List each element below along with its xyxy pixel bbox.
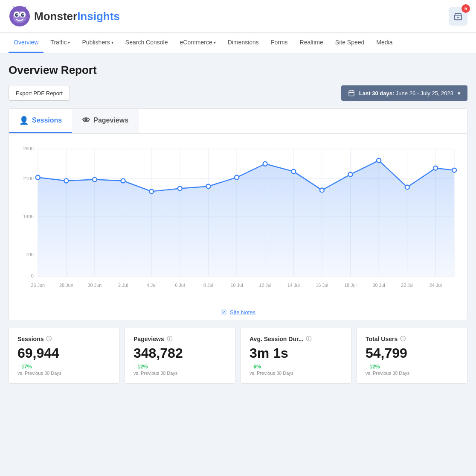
svg-point-48 xyxy=(235,175,239,180)
stat-value-avg-session: 3m 1s xyxy=(250,345,342,361)
chart-container: 👤 Sessions 👁 Pageviews 2800 2100 1400 70… xyxy=(9,108,467,320)
site-notes-area: Site Notes xyxy=(9,304,467,320)
line-chart: 2800 2100 1400 700 0 xyxy=(17,138,459,300)
info-icon-avg-session[interactable]: ⓘ xyxy=(306,335,311,343)
notification-button[interactable]: 5 xyxy=(449,7,467,26)
date-label: Last 30 days: June 26 - July 25, 2023 xyxy=(359,90,453,96)
chevron-down-icon: ▾ xyxy=(214,40,216,45)
nav-item-site-speed[interactable]: Site Speed xyxy=(330,33,370,53)
inbox-icon xyxy=(453,12,463,21)
info-icon-sessions[interactable]: ⓘ xyxy=(46,335,52,343)
svg-point-49 xyxy=(263,162,267,166)
page-title: Overview Report xyxy=(9,64,467,77)
calendar-icon xyxy=(348,90,355,96)
chart-area: 2800 2100 1400 700 0 xyxy=(9,134,467,304)
stat-period-sessions: vs. Previous 30 Days xyxy=(17,371,110,376)
svg-text:0: 0 xyxy=(31,273,34,278)
stat-change-sessions: ↑ 17% xyxy=(17,364,110,370)
svg-text:16 Jul: 16 Jul xyxy=(316,283,328,288)
export-pdf-button[interactable]: Export PDF Report xyxy=(9,86,70,101)
nav-item-search-console[interactable]: Search Console xyxy=(120,33,173,53)
svg-text:30 Jun: 30 Jun xyxy=(88,283,102,288)
person-icon: 👤 xyxy=(19,116,29,125)
svg-text:4 Jul: 4 Jul xyxy=(147,283,157,288)
stat-label-pageviews: Pageviews ⓘ xyxy=(134,335,226,343)
chevron-down-icon: ▾ xyxy=(111,40,113,45)
tab-pageviews[interactable]: 👁 Pageviews xyxy=(72,109,139,133)
tab-sessions[interactable]: 👤 Sessions xyxy=(9,109,72,133)
main-content: Overview Report Export PDF Report Last 3… xyxy=(0,53,476,394)
svg-text:18 Jul: 18 Jul xyxy=(344,283,357,288)
date-range-selector[interactable]: Last 30 days: June 26 - July 25, 2023 ▾ xyxy=(341,85,467,101)
svg-point-51 xyxy=(320,188,324,192)
stat-change-total-users: ↑ 12% xyxy=(366,364,459,370)
header-actions: 5 xyxy=(449,7,467,26)
nav-item-overview[interactable]: Overview xyxy=(9,33,44,53)
svg-rect-11 xyxy=(349,91,354,96)
stat-period-avg-session: vs. Previous 30 Days xyxy=(250,371,342,376)
stat-period-pageviews: vs. Previous 30 Days xyxy=(134,371,226,376)
stat-label-avg-session: Avg. Session Dur... ⓘ xyxy=(250,335,342,343)
chevron-down-icon: ▾ xyxy=(68,40,70,45)
svg-text:2 Jul: 2 Jul xyxy=(118,283,128,288)
stat-card-total-users: Total Users ⓘ 54,799 ↑ 12% vs. Previous … xyxy=(357,327,467,384)
stat-change-avg-session: ↑ 6% xyxy=(250,364,342,370)
nav-item-forms[interactable]: Forms xyxy=(266,33,293,53)
svg-point-55 xyxy=(433,166,438,170)
logo-area: MonsterInsights xyxy=(9,5,120,27)
main-nav: Overview Traffic ▾ Publishers ▾ Search C… xyxy=(0,33,476,53)
svg-text:12 Jul: 12 Jul xyxy=(259,283,271,288)
svg-point-43 xyxy=(93,178,97,182)
stat-period-total-users: vs. Previous 30 Days xyxy=(366,371,459,376)
svg-point-50 xyxy=(291,169,296,174)
stat-card-pageviews: Pageviews ⓘ 348,782 ↑ 12% vs. Previous 3… xyxy=(125,327,235,384)
svg-point-41 xyxy=(36,175,40,180)
stat-card-sessions: Sessions ⓘ 69,944 ↑ 17% vs. Previous 30 … xyxy=(9,327,119,384)
notification-badge: 5 xyxy=(461,4,470,13)
stat-card-avg-session: Avg. Session Dur... ⓘ 3m 1s ↑ 6% vs. Pre… xyxy=(241,327,351,384)
svg-text:2800: 2800 xyxy=(23,146,33,151)
svg-text:14 Jul: 14 Jul xyxy=(287,283,300,288)
svg-point-44 xyxy=(121,179,125,183)
nav-item-traffic[interactable]: Traffic ▾ xyxy=(45,33,75,53)
svg-text:20 Jul: 20 Jul xyxy=(373,283,385,288)
nav-item-publishers[interactable]: Publishers ▾ xyxy=(77,33,118,53)
svg-point-47 xyxy=(206,184,210,188)
svg-text:10 Jul: 10 Jul xyxy=(230,283,243,288)
site-notes-button[interactable]: Site Notes xyxy=(221,309,255,315)
toolbar: Export PDF Report Last 30 days: June 26 … xyxy=(9,85,467,101)
logo-mascot xyxy=(9,5,31,27)
logo-text: MonsterInsights xyxy=(34,10,120,23)
svg-text:26 Jun: 26 Jun xyxy=(31,283,45,288)
svg-point-6 xyxy=(17,14,18,15)
svg-point-56 xyxy=(452,168,456,172)
svg-point-46 xyxy=(178,186,182,190)
svg-point-7 xyxy=(23,14,24,15)
header: MonsterInsights 5 xyxy=(0,0,476,33)
stat-value-total-users: 54,799 xyxy=(366,345,459,361)
svg-point-45 xyxy=(149,189,154,193)
stat-value-pageviews: 348,782 xyxy=(134,345,226,361)
nav-item-dimensions[interactable]: Dimensions xyxy=(223,33,264,53)
stat-change-pageviews: ↑ 12% xyxy=(134,364,226,370)
eye-icon: 👁 xyxy=(82,116,90,125)
chevron-down-icon: ▾ xyxy=(458,90,461,96)
svg-text:2100: 2100 xyxy=(23,176,33,181)
svg-point-54 xyxy=(405,185,409,189)
nav-item-ecommerce[interactable]: eCommerce ▾ xyxy=(174,33,221,53)
nav-item-realtime[interactable]: Realtime xyxy=(295,33,328,53)
svg-point-42 xyxy=(64,179,68,183)
svg-point-52 xyxy=(348,172,353,177)
svg-text:1400: 1400 xyxy=(23,214,33,219)
stat-label-sessions: Sessions ⓘ xyxy=(17,335,110,343)
stat-label-total-users: Total Users ⓘ xyxy=(366,335,459,343)
info-icon-total-users[interactable]: ⓘ xyxy=(400,335,406,343)
info-icon-pageviews[interactable]: ⓘ xyxy=(167,335,172,343)
stat-value-sessions: 69,944 xyxy=(17,345,110,361)
nav-item-media[interactable]: Media xyxy=(371,33,398,53)
stats-row: Sessions ⓘ 69,944 ↑ 17% vs. Previous 30 … xyxy=(9,327,467,384)
svg-text:700: 700 xyxy=(26,252,34,257)
svg-point-53 xyxy=(377,158,381,163)
svg-text:24 Jul: 24 Jul xyxy=(430,283,442,288)
pencil-icon xyxy=(221,309,227,315)
